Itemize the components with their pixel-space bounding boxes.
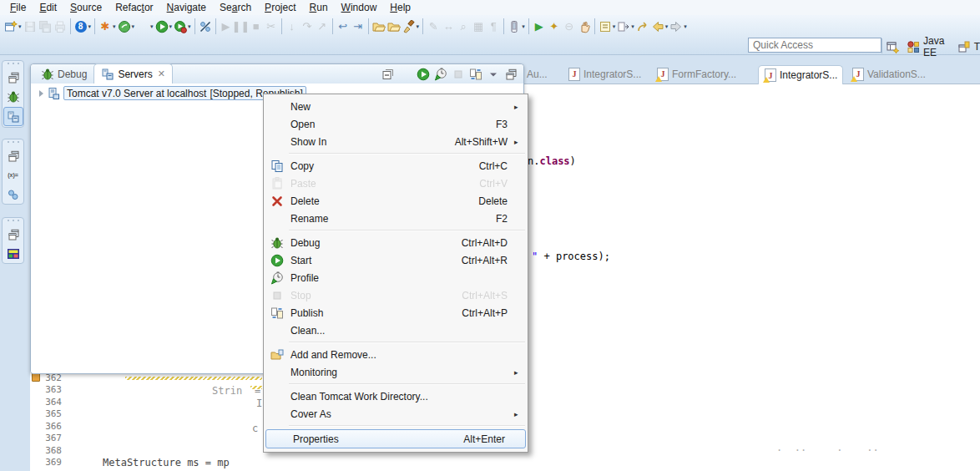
menu-refactor[interactable]: Refactor	[109, 1, 159, 14]
context-menu-item-open[interactable]: OpenF3	[264, 115, 528, 133]
terminate-2-button[interactable]: ⊖	[562, 18, 577, 36]
open-folder-button[interactable]	[371, 18, 386, 36]
context-menu-item-debug[interactable]: DebugCtrl+Alt+D	[264, 234, 528, 251]
view-tab-debug[interactable]: Debug	[34, 65, 93, 84]
menu-edit[interactable]: Edit	[33, 1, 63, 14]
paintbrush-button[interactable]: ▾	[402, 18, 421, 36]
context-menu-item-copy[interactable]: CopyCtrl+C	[264, 157, 528, 175]
run-jsp-button[interactable]: ▶	[532, 18, 547, 36]
debug-view-button[interactable]	[4, 88, 23, 105]
dropdown-arrow-icon[interactable]: ▾	[18, 23, 22, 30]
context-menu-item-show-in[interactable]: Show InAlt+Shift+W▸	[264, 133, 528, 150]
editor-tab-integrators[interactable]: JIntegratorS...	[563, 65, 644, 83]
context-menu-item-monitoring[interactable]: Monitoring▸	[264, 363, 528, 381]
close-tab-icon[interactable]: ✕	[842, 70, 843, 81]
java-ee-perspective-button[interactable]: Java EE	[907, 38, 949, 55]
dropdown-arrow-icon[interactable]: ▾	[665, 23, 669, 30]
menu-project[interactable]: Project	[258, 1, 302, 14]
debug-button[interactable]: ▾	[135, 18, 154, 36]
collapse-all-button[interactable]	[381, 65, 396, 84]
menu-run[interactable]: Run	[303, 1, 335, 14]
web-browser-button[interactable]: 8▾	[73, 18, 93, 36]
context-menu-item-start[interactable]: StartCtrl+Alt+R	[264, 251, 528, 269]
disconnect-button[interactable]: ✂	[264, 18, 279, 36]
console-view-button[interactable]	[4, 245, 23, 262]
forward-button[interactable]: ▾	[669, 18, 688, 36]
step-return-button[interactable]: ↗	[315, 18, 330, 36]
restore-views-button[interactable]	[4, 68, 23, 86]
run-button[interactable]: ▾	[154, 18, 174, 36]
mark-occurrences-button[interactable]: ▾	[598, 18, 617, 36]
link-editor-button[interactable]: ↔	[441, 18, 456, 36]
quick-access-input[interactable]	[748, 38, 881, 53]
view-tab-servers[interactable]: Servers✕	[93, 63, 173, 84]
dropdown-arrow-icon[interactable]: ▾	[88, 23, 92, 30]
context-menu-item-cover-as[interactable]: Cover As▸	[264, 405, 528, 423]
context-menu-item-clean[interactable]: Clean...	[264, 322, 528, 339]
new-star-button[interactable]: ✦	[547, 18, 562, 36]
profile-button[interactable]	[433, 65, 448, 84]
last-edit-location-button[interactable]	[635, 18, 650, 36]
menu-file[interactable]: File	[3, 1, 33, 14]
show-whitespace-button[interactable]: ¶	[486, 18, 501, 36]
debug-button[interactable]	[398, 65, 413, 84]
restore-button[interactable]	[503, 65, 518, 84]
editor-tab-integrators[interactable]: JIntegratorS...✕	[758, 65, 843, 84]
drop-to-frame-button[interactable]: ↩	[336, 18, 351, 36]
context-menu-item-rename[interactable]: RenameF2	[264, 210, 528, 227]
terminate-button[interactable]: ■	[249, 18, 264, 36]
print-button[interactable]	[53, 18, 68, 36]
dropdown-arrow-icon[interactable]: ▾	[522, 23, 525, 30]
context-menu-item-add-and-remove[interactable]: Add and Remove...	[264, 346, 528, 363]
save-all-button[interactable]	[38, 18, 53, 36]
stop-button[interactable]	[451, 65, 466, 84]
skip-breakpoints-button[interactable]	[198, 18, 213, 36]
run-coverage-button[interactable]: ▾	[173, 18, 192, 36]
device-button[interactable]: ▾	[507, 18, 526, 36]
view-menu-button[interactable]	[486, 65, 501, 84]
pencil-button[interactable]: ✎	[426, 18, 441, 36]
editor-tab-validations[interactable]: JValidationS...	[846, 65, 927, 83]
step-over-button[interactable]: ↷	[300, 18, 315, 36]
start-button[interactable]	[416, 65, 431, 84]
menu-navigate[interactable]: Navigate	[160, 1, 213, 14]
context-menu-item-profile[interactable]: Profile	[264, 269, 528, 286]
show-grid-button[interactable]: ▦	[471, 18, 486, 36]
open-folder-2-button[interactable]	[386, 18, 402, 36]
external-tools-button[interactable]: ▾	[117, 18, 136, 36]
restore-views-button[interactable]	[4, 225, 23, 243]
dropdown-arrow-icon[interactable]: ▾	[631, 23, 634, 30]
context-menu-item-publish[interactable]: PublishCtrl+Alt+P	[264, 304, 528, 322]
menu-source[interactable]: Source	[63, 1, 109, 14]
save-button[interactable]	[23, 18, 38, 36]
use-step-filters-button[interactable]: ⇥	[351, 18, 366, 36]
stack-grip[interactable]	[8, 63, 19, 66]
open-perspective-button[interactable]	[887, 38, 900, 55]
menu-help[interactable]: Help	[383, 1, 417, 14]
variables-view-button[interactable]: (x)=	[4, 166, 23, 184]
context-menu-item-paste[interactable]: PasteCtrl+V	[264, 175, 528, 192]
context-menu-item-properties[interactable]: PropertiesAlt+Enter	[265, 429, 526, 448]
team-perspective-button[interactable]: T	[957, 38, 980, 55]
context-menu-item-new[interactable]: New▸	[264, 98, 528, 115]
close-view-icon[interactable]: ✕	[158, 68, 165, 79]
dropdown-arrow-icon[interactable]: ▾	[684, 23, 687, 30]
menu-search[interactable]: Search	[213, 1, 258, 14]
dropdown-arrow-icon[interactable]: ▾	[113, 23, 116, 30]
menu-window[interactable]: Window	[335, 1, 384, 14]
editor-tab-au[interactable]: Au...	[521, 65, 561, 83]
dropdown-arrow-icon[interactable]: ▾	[613, 23, 616, 30]
dropdown-arrow-icon[interactable]: ▾	[150, 23, 154, 30]
stack-grip[interactable]	[8, 141, 19, 144]
stack-grip[interactable]	[8, 220, 19, 223]
editor-tab-formfactory[interactable]: JFormFactory...	[651, 65, 738, 83]
dropdown-arrow-icon[interactable]: ▾	[169, 23, 173, 30]
expand-arrow-icon[interactable]	[39, 90, 43, 97]
dropdown-arrow-icon[interactable]: ▾	[132, 23, 135, 30]
context-menu-item-stop[interactable]: StopCtrl+Alt+S	[264, 286, 528, 304]
dropdown-arrow-icon[interactable]: ▾	[417, 23, 420, 30]
restore-views-button[interactable]	[4, 147, 23, 165]
hand-button[interactable]	[577, 18, 592, 36]
breakpoints-view-button[interactable]	[4, 185, 23, 203]
pause-button[interactable]: ❚❚	[234, 18, 249, 36]
